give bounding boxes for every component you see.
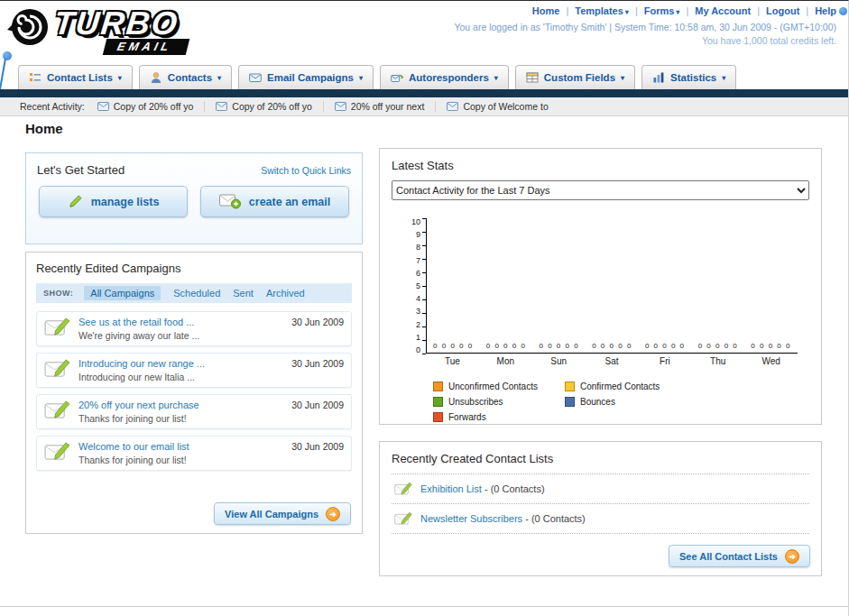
top-nav-link[interactable]: Templates▾ bbox=[575, 5, 643, 16]
custom-fields-icon bbox=[526, 71, 539, 84]
app-logo[interactable]: TURBO EMAIL bbox=[7, 5, 251, 57]
statistics-icon bbox=[652, 71, 665, 84]
application-window: TURBO EMAIL HomeTemplates▾Forms▾My Accou… bbox=[0, 0, 849, 616]
campaign-filter-tab[interactable]: Archived bbox=[266, 288, 305, 299]
manage-lists-button[interactable]: manage lists bbox=[39, 186, 188, 217]
campaign-filter-tab[interactable]: Sent bbox=[233, 288, 254, 299]
recent-activity-items: Copy of 20% off yoCopy of 20% off yo20% … bbox=[97, 101, 570, 112]
envelope-icon bbox=[97, 102, 109, 111]
campaign-date: 30 Jun 2009 bbox=[291, 317, 344, 327]
recent-activity-item[interactable]: Copy of 20% off yo bbox=[97, 101, 206, 112]
nav-tab-autoresponders[interactable]: Autoresponders ▾ bbox=[380, 65, 509, 89]
chevron-down-icon: ▾ bbox=[118, 74, 122, 82]
recent-activity-bar: Recent Activity: Copy of 20% off yoCopy … bbox=[0, 97, 849, 116]
chart-value-labels: 0 0 0 0 0 bbox=[592, 342, 632, 350]
campaign-title-link[interactable]: Introducing our new range ... bbox=[78, 358, 283, 369]
switch-quick-links-link[interactable]: Switch to Quick Links bbox=[261, 165, 351, 176]
view-all-campaigns-button[interactable]: View All Campaigns ➜ bbox=[214, 502, 351, 525]
legend-item: Forwards bbox=[433, 412, 565, 422]
recently-created-contact-lists-panel: Recently Created Contact Lists Exhibitio… bbox=[379, 441, 822, 576]
chart-value-labels: 0 0 0 0 0 bbox=[698, 342, 739, 350]
top-nav-link[interactable]: Help bbox=[815, 5, 836, 16]
campaign-title-link[interactable]: 20% off your next purchase bbox=[78, 400, 283, 410]
nav-tabs: Contact Lists ▾ Contacts ▾ Email Campaig… bbox=[0, 62, 849, 89]
page-title: Home bbox=[25, 121, 63, 136]
envelope-pencil-icon bbox=[44, 441, 70, 462]
legend-label: Unconfirmed Contacts bbox=[448, 382, 538, 391]
pencil-icon bbox=[68, 194, 83, 209]
chart-day-group: 0 0 0 0 0 bbox=[744, 339, 798, 353]
campaign-date: 30 Jun 2009 bbox=[291, 358, 344, 369]
legend-swatch bbox=[433, 412, 443, 422]
campaign-filter-tab[interactable]: Scheduled bbox=[173, 288, 220, 299]
campaign-title-link[interactable]: See us at the retail food ... bbox=[78, 317, 283, 327]
show-label: SHOW: bbox=[43, 289, 73, 298]
nav-tab-label: Contact Lists bbox=[47, 72, 113, 83]
y-tick-label: 6 bbox=[397, 270, 420, 277]
nav-tab-contacts[interactable]: Contacts ▾ bbox=[139, 65, 232, 89]
campaign-rows: See us at the retail food ... We're givi… bbox=[36, 311, 352, 471]
help-bubble-dot-icon[interactable] bbox=[839, 7, 847, 15]
campaign-subtitle: Introducing our new Italia ... bbox=[78, 372, 283, 382]
chart-groups: 0 0 0 0 0 0 0 0 0 0 0 0 0 0 0 0 0 0 0 0 … bbox=[427, 218, 798, 353]
recent-activity-item[interactable]: Copy of Welcome to bbox=[447, 101, 558, 112]
chart-plot-area: 0 0 0 0 0 0 0 0 0 0 0 0 0 0 0 0 0 0 0 0 … bbox=[426, 218, 798, 354]
legend-swatch bbox=[433, 397, 443, 407]
legend-item: Unsubscribes bbox=[433, 397, 565, 407]
campaign-row[interactable]: See us at the retail food ... We're givi… bbox=[36, 311, 352, 346]
contact-lists-panel-title: Recently Created Contact Lists bbox=[392, 452, 809, 465]
header-utility-area: HomeTemplates▾Forms▾My AccountLogoutHelp… bbox=[454, 5, 836, 46]
chart-day-group: 0 0 0 0 0 bbox=[692, 339, 745, 353]
chart-legend: Unconfirmed Contacts Confirmed Contacts … bbox=[433, 379, 821, 425]
y-tick-label: 9 bbox=[397, 231, 420, 238]
see-all-contact-lists-button[interactable]: See All Contact Lists ➜ bbox=[669, 545, 810, 567]
x-tick-label: Sat bbox=[586, 356, 639, 366]
contact-list-item[interactable]: Newsletter Subscribers - (0 Contacts) bbox=[392, 503, 809, 533]
campaign-row[interactable]: Welcome to our email list Thanks for joi… bbox=[36, 436, 352, 471]
y-tick-label: 7 bbox=[397, 257, 420, 264]
create-email-button[interactable]: create an email bbox=[200, 186, 349, 217]
contact-list-link[interactable]: Exhibition List bbox=[420, 483, 482, 494]
campaign-row[interactable]: Introducing our new range ... Introducin… bbox=[36, 353, 352, 388]
nav-tab-contact-lists[interactable]: Contact Lists ▾ bbox=[18, 65, 133, 89]
recent-activity-item[interactable]: 20% off your next bbox=[335, 101, 437, 112]
top-nav-link[interactable]: Home bbox=[532, 5, 575, 16]
contact-list-link[interactable]: Newsletter Subscribers bbox=[420, 513, 522, 524]
chevron-down-icon: ▾ bbox=[494, 74, 498, 82]
recent-activity-item[interactable]: Copy of 20% off yo bbox=[216, 101, 324, 112]
campaigns-panel-title: Recently Edited Campaigns bbox=[36, 262, 352, 275]
chevron-down-icon: ▾ bbox=[625, 8, 629, 16]
latest-stats-panel: Latest Stats Contact Activity for the La… bbox=[379, 148, 822, 425]
top-nav-links: HomeTemplates▾Forms▾My AccountLogoutHelp bbox=[454, 5, 836, 16]
x-tick-label: Fri bbox=[638, 356, 691, 366]
contact-list-count: - (0 Contacts) bbox=[525, 513, 586, 524]
nav-tab-custom-fields[interactable]: Custom Fields ▾ bbox=[515, 65, 635, 89]
contact-lists-icon bbox=[29, 71, 42, 84]
nav-tab-statistics[interactable]: Statistics ▾ bbox=[641, 65, 736, 89]
campaign-filters-bar: SHOW: All CampaignsScheduledSentArchived bbox=[36, 283, 352, 303]
top-nav-link[interactable]: Forms▾ bbox=[644, 5, 696, 16]
envelope-icon bbox=[216, 102, 227, 111]
chevron-down-icon: ▾ bbox=[217, 74, 221, 82]
chart-value-labels: 0 0 0 0 0 bbox=[539, 342, 579, 350]
top-nav-link[interactable]: My Account bbox=[695, 5, 766, 16]
stats-range-select[interactable]: Contact Activity for the Last 7 Days bbox=[392, 180, 809, 200]
nav-tab-label: Autoresponders bbox=[409, 72, 489, 83]
envelope-pencil-icon bbox=[394, 511, 412, 526]
legend-label: Confirmed Contacts bbox=[580, 382, 660, 391]
logo-sub-wordmark: EMAIL bbox=[103, 39, 190, 55]
envelope-pencil-icon bbox=[394, 482, 412, 496]
chart-y-axis: 109876543210 bbox=[397, 218, 420, 354]
campaign-title-link[interactable]: Welcome to our email list bbox=[78, 441, 283, 452]
campaign-filter-tab[interactable]: All Campaigns bbox=[84, 286, 161, 300]
chart-day-group: 0 0 0 0 0 bbox=[586, 339, 639, 353]
campaign-row[interactable]: 20% off your next purchase Thanks for jo… bbox=[36, 394, 352, 429]
get-started-panel: Let's Get Started Switch to Quick Links … bbox=[25, 152, 363, 244]
main-navigation: Contact Lists ▾ Contacts ▾ Email Campaig… bbox=[0, 62, 849, 97]
x-tick-label: Tue bbox=[426, 356, 479, 366]
contact-list-item[interactable]: Exhibition List - (0 Contacts) bbox=[392, 473, 809, 503]
top-nav-link[interactable]: Logout bbox=[766, 5, 815, 16]
get-started-title: Let's Get Started bbox=[37, 163, 125, 177]
envelope-pencil-icon bbox=[44, 317, 70, 337]
nav-tab-email-campaigns[interactable]: Email Campaigns ▾ bbox=[238, 65, 374, 89]
